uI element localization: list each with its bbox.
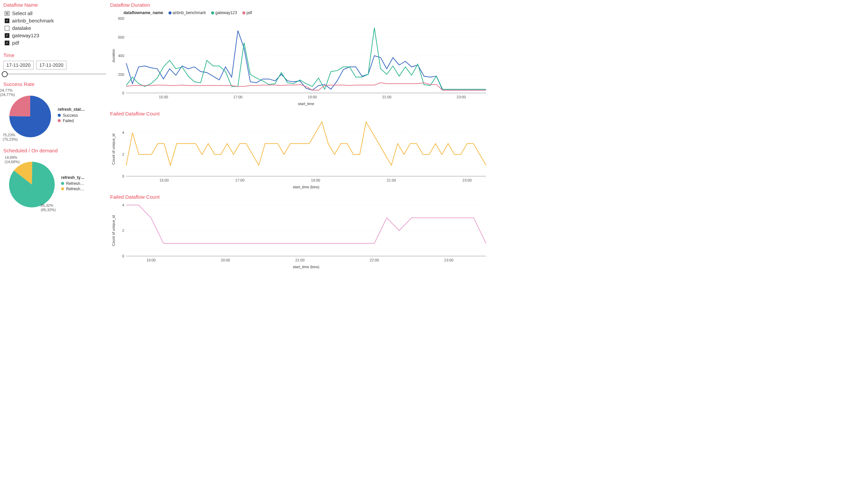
svg-text:600: 600 (118, 35, 124, 39)
pie-label-text: 85,32% (41, 204, 53, 207)
svg-text:0: 0 (122, 174, 124, 178)
legend-item[interactable]: gateway123 (211, 10, 237, 15)
checkbox-pdf[interactable]: pdf (5, 40, 107, 45)
scheduled-panel: Scheduled / On demand 14,68% (14,68%) 85… (3, 148, 107, 211)
legend-title: refresh_ty… (61, 175, 85, 180)
svg-text:0: 0 (122, 91, 124, 95)
checkbox-datalake[interactable]: datalake (5, 25, 107, 31)
svg-text:2: 2 (122, 228, 124, 233)
date-to-input[interactable]: 17-11-2020 (36, 61, 66, 69)
svg-text:Count of unique_id: Count of unique_id (112, 133, 116, 164)
pie-label-text: 75,23% (3, 133, 15, 137)
legend-title: dataflowname_name (124, 10, 163, 15)
checkbox-label: airbnb_benchmark (12, 18, 54, 24)
svg-text:21:00: 21:00 (387, 178, 396, 182)
svg-text:23:00: 23:00 (444, 258, 454, 262)
scheduled-title: Scheduled / On demand (3, 148, 107, 153)
svg-text:23:00: 23:00 (463, 178, 472, 182)
pie-label-text: (75,23%) (3, 137, 18, 141)
time-filter-title: Time (3, 52, 107, 58)
failed-chart-2-svg: 02419:0020:0021:0022:0023:00start_time (… (110, 203, 489, 270)
svg-text:20:00: 20:00 (221, 258, 230, 262)
legend-title: refresh_stat… (58, 107, 85, 112)
svg-text:800: 800 (118, 17, 124, 21)
pie-label-text: (85,32%) (41, 208, 56, 212)
time-slider[interactable] (5, 73, 106, 74)
legend-dot-icon (242, 11, 245, 14)
legend-dot-icon (211, 11, 214, 14)
success-rate-title: Success Rate (3, 81, 107, 87)
legend-item[interactable]: Refresh… (61, 187, 85, 191)
legend-item[interactable]: airbnb_benchmark (168, 10, 206, 15)
checkbox-box[interactable] (5, 19, 9, 23)
checkbox-label: datalake (12, 25, 31, 31)
checkbox-list: Select allairbnb_benchmarkdatalakegatewa… (3, 10, 107, 45)
legend-dot-icon (58, 119, 61, 122)
dashboard: Dataflow Name Select allairbnb_benchmark… (0, 0, 868, 274)
failed-chart-1: Failed Dataflow Count 02415:0017:0019:00… (110, 111, 865, 191)
checkbox-gateway123[interactable]: gateway123 (5, 33, 107, 38)
checkbox-airbnb_benchmark[interactable]: airbnb_benchmark (5, 18, 107, 24)
checkbox-box[interactable] (5, 11, 9, 16)
checkbox-box[interactable] (5, 41, 9, 45)
pie-label-text: (24,77%) (0, 93, 15, 97)
success-rate-pie: 24,77% (24,77%) 75,23% (75,23%) (3, 90, 54, 141)
dataflow-filter-title: Dataflow Name (3, 2, 107, 8)
svg-text:15:00: 15:00 (159, 95, 168, 99)
failed-chart-2: Failed Dataflow Count 02419:0020:0021:00… (110, 194, 865, 271)
svg-text:22:00: 22:00 (370, 258, 379, 262)
legend-item[interactable]: Refresh… (61, 181, 85, 186)
duration-chart-legend: dataflowname_name airbnb_benchmarkgatewa… (124, 10, 865, 15)
time-filter: Time 17-11-2020 17-11-2020 (3, 52, 107, 74)
duration-chart-svg: 020040060080015:0017:0019:0021:0023:00st… (110, 16, 489, 106)
time-slider-thumb[interactable] (2, 71, 8, 77)
pie-label-text: 14,68% (5, 155, 17, 159)
svg-text:4: 4 (122, 130, 124, 134)
date-from-input[interactable]: 17-11-2020 (3, 61, 34, 69)
svg-text:start_time (bins): start_time (bins) (293, 265, 319, 269)
svg-text:19:00: 19:00 (311, 178, 320, 182)
svg-text:17:00: 17:00 (233, 95, 243, 99)
legend-dot-icon (58, 114, 61, 117)
scheduled-legend: refresh_ty… Refresh…Refresh… (61, 175, 85, 192)
success-rate-panel: Success Rate 24,77% (24,77%) 75,23% (75,… (3, 81, 107, 141)
legend-label: Failed (63, 119, 74, 123)
pie-label-text: 24,77% (0, 88, 12, 92)
success-rate-legend: refresh_stat… SuccessFailed (58, 107, 85, 124)
svg-text:21:00: 21:00 (382, 95, 392, 99)
failed-chart-1-svg: 02415:0017:0019:0021:0023:00start_time (… (110, 119, 489, 190)
legend-label: Success (63, 113, 78, 118)
svg-text:23:00: 23:00 (457, 95, 466, 99)
svg-text:4: 4 (122, 203, 124, 207)
pie-label-text: (14,68%) (5, 160, 20, 164)
svg-text:15:00: 15:00 (159, 178, 169, 182)
legend-item[interactable]: pdf (242, 10, 252, 15)
svg-text:400: 400 (118, 54, 124, 58)
failed-chart-1-title: Failed Dataflow Count (110, 111, 865, 117)
checkbox-Select-all[interactable]: Select all (5, 10, 107, 16)
svg-text:19:00: 19:00 (308, 95, 317, 99)
legend-dot-icon (61, 182, 64, 185)
svg-text:21:00: 21:00 (296, 258, 305, 262)
legend-dot-icon (61, 187, 64, 190)
svg-text:19:00: 19:00 (146, 258, 156, 262)
legend-item[interactable]: Failed (58, 119, 85, 123)
legend-item[interactable]: Success (58, 113, 85, 118)
checkbox-label: pdf (12, 40, 19, 45)
checkbox-label: Select all (12, 10, 33, 16)
svg-text:duration: duration (112, 49, 116, 62)
left-column: Dataflow Name Select allairbnb_benchmark… (3, 2, 107, 271)
svg-text:Count of unique_id: Count of unique_id (112, 215, 116, 246)
legend-label: Refresh… (66, 181, 84, 186)
checkbox-box[interactable] (5, 33, 9, 38)
checkbox-box[interactable] (5, 26, 9, 31)
dataflow-filter: Dataflow Name Select allairbnb_benchmark… (3, 2, 107, 45)
right-column: Dataflow Duration dataflowname_name airb… (110, 2, 865, 271)
date-inputs: 17-11-2020 17-11-2020 (3, 61, 107, 69)
checkbox-label: gateway123 (12, 33, 39, 38)
svg-text:200: 200 (118, 72, 124, 76)
failed-chart-2-title: Failed Dataflow Count (110, 194, 865, 200)
svg-text:0: 0 (122, 254, 124, 258)
scheduled-pie: 14,68% (14,68%) 85,32% (85,32%) (3, 156, 57, 211)
duration-chart: Dataflow Duration dataflowname_name airb… (110, 2, 865, 108)
